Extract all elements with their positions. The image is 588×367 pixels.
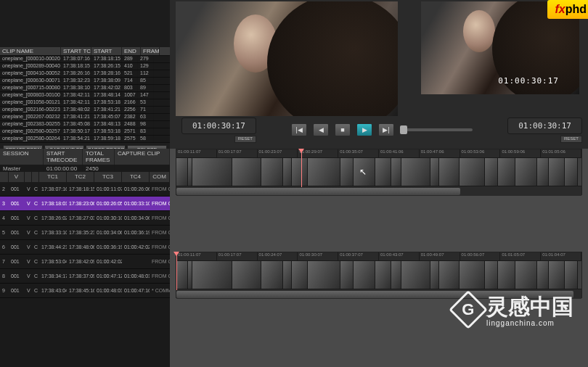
- timeline-scrollbar[interactable]: [176, 186, 581, 196]
- event-row[interactable]: 4001VC17:38:26:0217:38:27:0301:00:30:100…: [0, 211, 170, 226]
- col-starttc[interactable]: START TC: [61, 47, 91, 55]
- event-row[interactable]: 5001VC17:38:33:1017:38:35:2301:00:34:060…: [0, 226, 170, 240]
- timeline-clip[interactable]: [460, 261, 485, 289]
- col-total-frames[interactable]: TOTAL FRAMES: [83, 149, 115, 165]
- col-tc1[interactable]: TC1: [39, 172, 67, 182]
- clip-row[interactable]: oneplane_[000630-000714].dpx17:38:32:231…: [0, 78, 170, 85]
- reset-left-button[interactable]: RESET: [234, 136, 256, 143]
- clip-row[interactable]: oneplane_[002267-002329].dpx17:38:41:211…: [0, 114, 170, 121]
- timeline-clip[interactable]: [232, 158, 261, 186]
- timeline-clip[interactable]: [283, 261, 292, 289]
- event-list[interactable]: 2001VC17:38:07:1617:38:18:1501:00:11:070…: [0, 182, 170, 298]
- timeline-clip[interactable]: [354, 261, 375, 289]
- event-row[interactable]: 8001VC17:38:34:1717:38:37:0901:00:47:120…: [0, 269, 170, 284]
- master-timeline[interactable]: 01:00:11:0701:00:17:0701:00:24:0701:00:3…: [176, 252, 582, 298]
- stop-button[interactable]: ■: [335, 123, 351, 136]
- col-clipname[interactable]: CLIP NAME: [0, 47, 61, 55]
- timeline-clip[interactable]: [391, 158, 401, 186]
- timeline-clip[interactable]: [391, 261, 401, 289]
- timeline-clip[interactable]: [192, 158, 232, 186]
- event-row[interactable]: 3001VC17:38:18:0117:38:23:0601:00:26:050…: [0, 197, 170, 211]
- shuttle-slider[interactable]: [400, 128, 473, 131]
- timeline-clip[interactable]: [375, 158, 391, 186]
- timeline-clip[interactable]: [354, 158, 375, 186]
- timeline-clip[interactable]: [340, 261, 354, 289]
- col-end[interactable]: END: [122, 47, 141, 55]
- col-comment[interactable]: COM: [150, 172, 170, 182]
- timeline-clip[interactable]: [549, 158, 565, 186]
- clip-row[interactable]: oneplane_[002580-002571].dpx17:38:50:171…: [0, 128, 170, 136]
- timeline-clip[interactable]: [232, 261, 261, 289]
- col-frames[interactable]: FRAM: [141, 47, 160, 55]
- timeline-clip[interactable]: [460, 158, 485, 186]
- col-tc2[interactable]: TC2: [67, 172, 94, 182]
- timeline-clip[interactable]: [439, 158, 460, 186]
- playhead[interactable]: [301, 149, 302, 187]
- timeline-clip[interactable]: [537, 261, 549, 289]
- col-start[interactable]: START: [91, 47, 122, 55]
- timeline-clip[interactable]: [515, 261, 537, 289]
- clip-row[interactable]: oneplane_[002383-002552].dpx17:38:45:081…: [0, 121, 170, 128]
- source-viewer[interactable]: [176, 1, 398, 116]
- record-timecode[interactable]: 01:00:30:17: [507, 117, 582, 134]
- timeline-clip[interactable]: [430, 261, 439, 289]
- timeline-clip[interactable]: [485, 158, 498, 186]
- timeline-clip[interactable]: [430, 158, 439, 186]
- step-back-button[interactable]: ◀: [313, 123, 329, 136]
- timeline-clip[interactable]: [261, 261, 283, 289]
- event-row[interactable]: 9001VC17:38:43:0417:38:45:1601:00:48:010…: [0, 284, 170, 298]
- clip-row[interactable]: oneplane_[000010-000209].dpx17:38:07:161…: [0, 56, 170, 63]
- timeline-clip[interactable]: [340, 158, 354, 186]
- clip-row[interactable]: oneplane_[000410-000520].dpx17:38:26:161…: [0, 70, 170, 78]
- col-tc3[interactable]: TC3: [94, 172, 122, 182]
- reset-right-button[interactable]: RESET: [560, 136, 582, 143]
- timeline-clip[interactable]: [308, 158, 340, 186]
- col-capture-clip[interactable]: CAPTURE CLIP: [115, 149, 170, 165]
- timeline-track[interactable]: [176, 158, 581, 186]
- play-button[interactable]: ▶: [356, 123, 372, 136]
- master-playhead[interactable]: [176, 252, 177, 290]
- master-track[interactable]: [176, 261, 581, 289]
- col-tc4[interactable]: TC4: [122, 172, 150, 182]
- burned-timecode: 01:00:30:17: [498, 76, 559, 86]
- goto-end-button[interactable]: ▶|: [378, 123, 394, 136]
- timeline-clip[interactable]: [549, 261, 565, 289]
- timeline-clip[interactable]: [292, 261, 308, 289]
- timeline-clip[interactable]: [485, 261, 498, 289]
- timeline-clip[interactable]: [401, 158, 430, 186]
- timeline-clip[interactable]: [283, 158, 292, 186]
- master-ruler[interactable]: 01:00:11:0701:00:17:0701:00:24:0701:00:3…: [176, 252, 581, 261]
- source-timecode[interactable]: 01:00:30:17: [181, 117, 256, 134]
- col-session[interactable]: SESSION: [0, 149, 44, 165]
- timeline-ruler[interactable]: 01:00:11:0701:00:17:0701:00:23:0701:00:2…: [176, 149, 581, 158]
- clip-row[interactable]: oneplane_[000289-000409].dpx17:38:18:151…: [0, 63, 170, 70]
- timeline-clip[interactable]: [192, 261, 232, 289]
- conform-timeline[interactable]: 01:00:11:0701:00:17:0701:00:23:0701:00:2…: [176, 149, 582, 195]
- timeline-clip[interactable]: [308, 261, 340, 289]
- clip-row[interactable]: oneplane_[000715-000802].dpx17:38:38:101…: [0, 85, 170, 92]
- col-v[interactable]: V: [9, 172, 25, 182]
- goto-start-button[interactable]: |◀: [291, 123, 307, 136]
- clip-row[interactable]: oneplane_[000803-001003].dpx17:38:42:111…: [0, 92, 170, 99]
- col-start-tc[interactable]: START TIMECODE: [44, 149, 83, 165]
- clip-row[interactable]: oneplane_[001058-001213].dpx17:38:42:111…: [0, 99, 170, 107]
- event-row[interactable]: 2001VC17:38:07:1617:38:18:1501:00:11:070…: [0, 182, 170, 197]
- clip-list[interactable]: oneplane_[000010-000209].dpx17:38:07:161…: [0, 56, 170, 143]
- timeline-clip[interactable]: [537, 158, 549, 186]
- timeline-clip[interactable]: [498, 158, 515, 186]
- timeline-clip[interactable]: [261, 158, 283, 186]
- timeline-clip[interactable]: [375, 261, 391, 289]
- clip-row[interactable]: oneplane_[002166-002236].dpx17:38:48:021…: [0, 107, 170, 114]
- timeline-clip[interactable]: [515, 158, 537, 186]
- timeline-clip[interactable]: [498, 261, 515, 289]
- timeline-clip[interactable]: [176, 261, 188, 289]
- timeline-clip[interactable]: [439, 261, 460, 289]
- event-row[interactable]: 7001VC17:38:53:0417:38:42:0901:00:42:02F…: [0, 255, 170, 269]
- event-row[interactable]: 6001VC17:38:44:2117:38:48:0601:00:36:190…: [0, 240, 170, 255]
- timeline-clip[interactable]: [401, 261, 430, 289]
- timeline-clip[interactable]: [565, 261, 578, 289]
- timeline-clip[interactable]: [176, 158, 188, 186]
- timeline-clip[interactable]: [565, 158, 578, 186]
- timeline-clip[interactable]: [292, 158, 308, 186]
- clip-row[interactable]: oneplane_[002580-002648].dpx17:38:54:211…: [0, 136, 170, 143]
